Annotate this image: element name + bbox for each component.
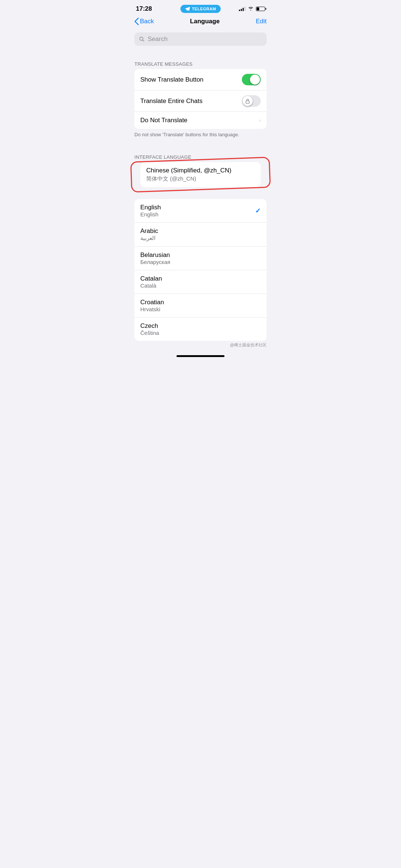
current-language-row[interactable]: Chinese (Simplified, @zh_CN) 简体中文 (@zh_C…	[140, 162, 261, 187]
back-button[interactable]: Back	[134, 18, 154, 25]
current-language-group[interactable]: Chinese (Simplified, @zh_CN) 简体中文 (@zh_C…	[140, 162, 261, 187]
language-native-english: English	[140, 211, 161, 217]
language-content-croatian: Croatian Hrvatski	[140, 299, 164, 312]
lock-icon	[246, 99, 250, 104]
language-content-english: English English	[140, 204, 161, 217]
show-translate-label: Show Translate Button	[140, 76, 203, 83]
language-native-catalan: Català	[140, 282, 162, 289]
search-placeholder: Search	[148, 35, 168, 43]
checkmark-english: ✓	[255, 207, 261, 215]
language-name-english: English	[140, 204, 161, 211]
language-name-belarusian: Belarusian	[140, 251, 170, 259]
toggle-knob	[250, 75, 260, 85]
translate-entire-chats-row[interactable]: Translate Entire Chats	[134, 90, 267, 112]
lock-knob	[243, 96, 253, 106]
edit-button[interactable]: Edit	[256, 18, 267, 25]
telegram-badge: TELEGRAM	[181, 5, 221, 13]
language-row-english[interactable]: English English ✓	[134, 199, 267, 223]
search-icon	[139, 36, 145, 42]
interface-language-header: INTERFACE LANGUAGE	[128, 149, 273, 162]
language-native-arabic: العربية	[140, 235, 158, 241]
status-bar: 17:28 TELEGRAM	[128, 0, 273, 15]
locked-toggle	[242, 95, 261, 107]
language-name-croatian: Croatian	[140, 299, 164, 306]
status-icons	[239, 6, 265, 12]
chevron-right-icon: ›	[259, 117, 261, 123]
spacer	[128, 50, 273, 56]
telegram-icon	[185, 6, 190, 11]
translate-section-header: TRANSLATE MESSAGES	[128, 56, 273, 69]
telegram-label: TELEGRAM	[192, 7, 216, 11]
translate-entire-chats-label: Translate Entire Chats	[140, 97, 203, 105]
bottom-bar	[128, 349, 273, 360]
show-translate-button-row[interactable]: Show Translate Button	[134, 69, 267, 90]
home-indicator	[176, 355, 225, 357]
language-row-catalan[interactable]: Catalan Català	[134, 270, 267, 294]
language-name-arabic: Arabic	[140, 227, 158, 235]
do-not-translate-row[interactable]: Do Not Translate ›	[134, 112, 267, 129]
language-list: English English ✓ Arabic العربية Belarus…	[134, 199, 267, 341]
current-language-container: Chinese (Simplified, @zh_CN) 简体中文 (@zh_C…	[134, 162, 267, 187]
telegram-notification: TELEGRAM	[181, 5, 221, 13]
language-content-belarusian: Belarusian Беларуская	[140, 251, 170, 265]
do-not-translate-label: Do Not Translate	[140, 117, 188, 124]
current-language-primary: Chinese (Simplified, @zh_CN)	[146, 167, 232, 174]
wifi-icon	[248, 6, 254, 12]
spacer2	[128, 143, 273, 149]
language-row-arabic[interactable]: Arabic العربية	[134, 223, 267, 247]
current-language-secondary: 简体中文 (@zh_CN)	[146, 175, 196, 182]
language-native-czech: Čeština	[140, 330, 159, 336]
spacer3	[128, 187, 273, 193]
search-bar[interactable]: Search	[134, 32, 267, 46]
page-title: Language	[190, 18, 220, 25]
language-row-czech[interactable]: Czech Čeština	[134, 318, 267, 341]
signal-icon	[239, 7, 246, 11]
language-content-czech: Czech Čeština	[140, 322, 159, 336]
watermark: @稀土掘金技术社区	[128, 341, 273, 349]
language-name-catalan: Catalan	[140, 275, 162, 282]
language-content-arabic: Arabic العربية	[140, 227, 158, 241]
translate-settings-group: Show Translate Button Translate Entire C…	[134, 69, 267, 129]
search-container: Search	[128, 30, 273, 50]
language-native-belarusian: Беларуская	[140, 259, 170, 265]
battery-icon	[256, 7, 265, 11]
language-row-croatian[interactable]: Croatian Hrvatski	[134, 294, 267, 318]
language-content-catalan: Catalan Català	[140, 275, 162, 289]
translate-section-footer: Do not show 'Translate' buttons for this…	[128, 129, 273, 143]
language-row-belarusian[interactable]: Belarusian Беларуская	[134, 247, 267, 270]
svg-rect-1	[246, 101, 249, 103]
language-name-czech: Czech	[140, 322, 159, 330]
back-label: Back	[140, 18, 154, 25]
status-time: 17:28	[136, 5, 152, 13]
language-native-croatian: Hrvatski	[140, 306, 164, 312]
chevron-left-icon	[134, 18, 139, 25]
navigation-bar: Back Language Edit	[128, 15, 273, 30]
show-translate-toggle[interactable]	[242, 74, 261, 85]
